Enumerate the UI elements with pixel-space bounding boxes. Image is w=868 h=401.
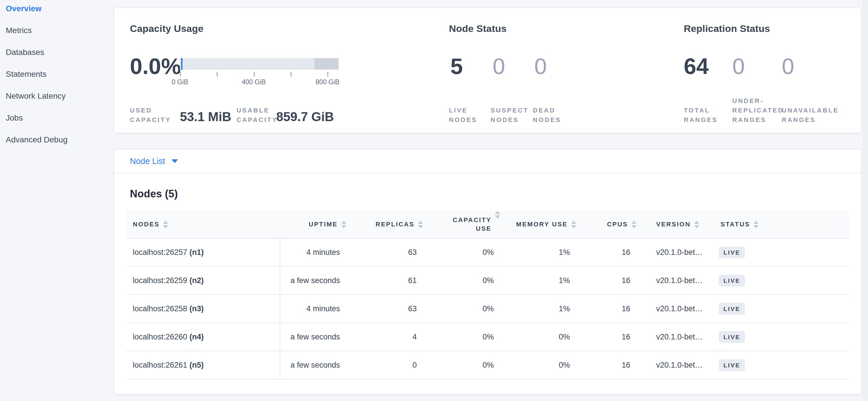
status-badge: LIVE — [719, 275, 745, 287]
node-address-link[interactable]: localhost:26261 — [133, 361, 187, 370]
replication-status-title: Replication Status — [684, 23, 859, 34]
sort-header-capacity-use[interactable]: CAPACITYUSE — [424, 211, 501, 238]
sort-arrows-icon — [694, 221, 699, 228]
column-label: STATUS — [720, 220, 750, 229]
sort-header-cpus[interactable]: CPUS — [577, 211, 637, 238]
capacity-axis-tick — [290, 72, 291, 77]
table-row: localhost:26257(n1)4 minutes630%1%16v20.… — [126, 238, 849, 267]
stat-value: 0 — [782, 55, 794, 78]
version-cell: v20.1.0-bet… — [637, 323, 709, 351]
uptime-cell: 4 minutes — [280, 295, 347, 322]
stat-label: DEADNODES — [533, 106, 561, 124]
sort-arrows-icon — [163, 221, 168, 228]
sidebar-item-statements[interactable]: Statements — [6, 63, 111, 85]
cpus-cell: 16 — [577, 351, 637, 379]
memory-use-cell: 1% — [501, 238, 577, 266]
cluster-overview-card: Capacity Usage 0.0% 0 GiB400 GiB800 GiB … — [114, 7, 862, 133]
nodes-table-body: localhost:26257(n1)4 minutes630%1%16v20.… — [126, 238, 849, 379]
capacity-use-cell: 0% — [424, 295, 501, 322]
stat-value: 64 — [684, 55, 709, 78]
node-id: (n1) — [189, 248, 204, 257]
node-address-link[interactable]: localhost:26259 — [133, 276, 187, 285]
capacity-axis-tick — [180, 72, 181, 77]
sort-header-memory-use[interactable]: MEMORY USE — [501, 211, 577, 238]
sort-arrows-icon — [571, 221, 576, 228]
status-badge: LIVE — [719, 331, 745, 343]
sort-header-nodes[interactable]: NODES — [126, 211, 280, 238]
cpus-cell: 16 — [577, 323, 637, 351]
stat-value: 0 — [493, 55, 505, 78]
nodes-table-header: NODESUPTIMEREPLICASCAPACITYUSEMEMORY USE… — [126, 211, 849, 238]
capacity-axis-tick-label: 0 GiB — [157, 78, 203, 86]
node-address-cell: localhost:26261(n5) — [126, 351, 280, 379]
node-id: (n3) — [189, 304, 204, 313]
nodes-count-heading: Nodes (5) — [130, 188, 845, 200]
capacity-bar-remainder — [314, 58, 339, 69]
uptime-cell: 4 minutes — [280, 238, 347, 266]
stat-label: LIVENODES — [449, 106, 477, 124]
status-badge: LIVE — [719, 359, 745, 371]
replication-status-section: Replication Status 64TOTALRANGES0UNDER-R… — [684, 23, 859, 124]
capacity-usage-title: Capacity Usage — [130, 23, 447, 34]
sort-header-uptime[interactable]: UPTIME — [280, 211, 347, 238]
stat-value: 0 — [732, 55, 745, 78]
memory-use-cell: 1% — [501, 295, 577, 322]
replicas-cell: 4 — [347, 323, 424, 351]
sort-arrows-icon — [495, 211, 500, 219]
page: OverviewMetricsDatabasesStatementsNetwor… — [0, 0, 868, 401]
nodes-table: NODESUPTIMEREPLICASCAPACITYUSEMEMORY USE… — [126, 211, 849, 379]
node-address-cell: localhost:26259(n2) — [126, 267, 280, 294]
node-address-link[interactable]: localhost:26257 — [133, 248, 187, 257]
sidebar-item-metrics[interactable]: Metrics — [6, 20, 111, 41]
chevron-down-icon — [172, 160, 178, 163]
status-cell: LIVE — [709, 323, 850, 351]
capacity-usage-section: Capacity Usage 0.0% 0 GiB400 GiB800 GiB … — [130, 23, 447, 124]
status-cell: LIVE — [709, 238, 850, 266]
replicas-cell: 61 — [347, 267, 424, 294]
stat-label: UNDER-REPLICATEDRANGES — [732, 96, 784, 124]
stat-label: TOTALRANGES — [684, 106, 718, 124]
replicas-cell: 63 — [347, 238, 424, 266]
table-row: localhost:26260(n4)a few seconds40%0%16v… — [126, 323, 849, 351]
node-status-title: Node Status — [449, 23, 676, 34]
table-row: localhost:26259(n2)a few seconds610%1%16… — [126, 267, 849, 295]
uptime-cell: a few seconds — [280, 351, 347, 379]
node-list-dropdown-label: Node List — [130, 156, 165, 166]
sort-header-status[interactable]: STATUS — [709, 211, 850, 238]
capacity-use-cell: 0% — [424, 238, 501, 266]
sort-arrows-icon — [754, 221, 759, 228]
node-address-cell: localhost:26257(n1) — [126, 238, 280, 266]
sidebar-item-overview[interactable]: Overview — [6, 0, 111, 20]
sort-arrows-icon — [341, 221, 346, 228]
sidebar-item-jobs[interactable]: Jobs — [6, 107, 111, 129]
stat-label: UNAVAILABLERANGES — [782, 106, 839, 124]
status-badge: LIVE — [719, 303, 745, 315]
sidebar-item-advanced-debug[interactable]: Advanced Debug — [6, 129, 111, 151]
cpus-cell: 16 — [577, 238, 637, 266]
node-list-dropdown[interactable]: Node List — [130, 156, 178, 166]
sort-header-replicas[interactable]: REPLICAS — [347, 211, 424, 238]
version-cell: v20.1.0-bet… — [637, 238, 709, 266]
cpus-cell: 16 — [577, 267, 637, 294]
sort-header-version[interactable]: VERSION — [637, 211, 709, 238]
sort-arrows-icon — [418, 221, 423, 228]
capacity-stat-value: 53.1 MiB — [180, 110, 231, 124]
node-address-link[interactable]: localhost:26260 — [133, 333, 187, 341]
sidebar-item-databases[interactable]: Databases — [6, 41, 111, 63]
stat-value: 0 — [534, 55, 547, 78]
column-label: MEMORY USE — [516, 220, 568, 229]
uptime-cell: a few seconds — [280, 267, 347, 294]
stat-label: SUSPECTNODES — [491, 106, 529, 124]
capacity-axis-tick-label: 400 GiB — [231, 78, 277, 86]
node-id: (n5) — [189, 361, 204, 370]
capacity-use-cell: 0% — [424, 323, 501, 351]
column-label: UPTIME — [309, 220, 338, 229]
version-cell: v20.1.0-bet… — [637, 295, 709, 322]
capacity-usage-bar: 0 GiB400 GiB800 GiB — [180, 58, 339, 95]
sidebar-item-network-latency[interactable]: Network Latency — [6, 85, 111, 107]
status-cell: LIVE — [709, 351, 850, 379]
node-address-link[interactable]: localhost:26258 — [133, 304, 187, 313]
replicas-cell: 63 — [347, 295, 424, 322]
capacity-use-cell: 0% — [424, 267, 501, 294]
scrollbar-track[interactable] — [863, 0, 868, 401]
